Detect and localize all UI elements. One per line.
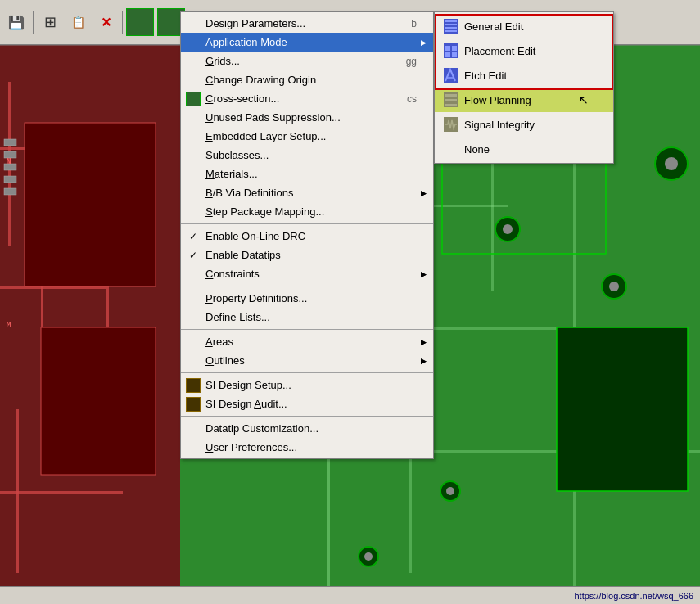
menu-item-application-mode[interactable]: Application Mode ▶: [181, 33, 433, 52]
menu-item-enable-drc[interactable]: Enable On-Line DRC: [181, 227, 433, 246]
menu-item-subclasses[interactable]: Subclasses...: [181, 146, 433, 165]
menu-item-constraints[interactable]: Constraints ▶: [181, 264, 433, 283]
svg-rect-53: [445, 46, 450, 51]
submenu-item-etch-edit[interactable]: Etch Edit: [435, 63, 613, 88]
cursor-symbol: ↖: [579, 93, 589, 106]
svg-point-32: [364, 552, 373, 561]
signal-integrity-icon: [443, 116, 459, 133]
submenu-item-signal-integrity[interactable]: Signal Integrity: [435, 112, 613, 137]
svg-point-30: [446, 487, 454, 495]
delete-button[interactable]: ✕: [93, 9, 119, 35]
svg-text:M: M: [7, 321, 11, 329]
menu-item-bb-via[interactable]: B/B Via Definitions ▶: [181, 183, 433, 202]
general-edit-icon: [443, 18, 459, 34]
menu-item-cross-section-shortcut: cs: [407, 93, 417, 105]
menu-item-application-mode-label: Application Mode: [205, 36, 417, 48]
separator-2: [122, 11, 123, 34]
menu-item-cross-section[interactable]: Cross-section... cs: [181, 89, 433, 108]
menu-item-materials[interactable]: Materials...: [181, 165, 433, 183]
menu-item-si-design-setup-label: SI Design Setup...: [205, 379, 417, 391]
areas-arrow-icon: ▶: [421, 338, 427, 346]
svg-rect-41: [4, 176, 16, 183]
menu-item-grids[interactable]: Grids... gg: [181, 52, 433, 70]
separator-4: [181, 372, 433, 373]
svg-rect-51: [445, 30, 457, 32]
placement-edit-icon: [443, 43, 459, 59]
grid-button[interactable]: ⊞: [37, 9, 63, 35]
menu-item-property-defs[interactable]: Property Definitions...: [181, 289, 433, 308]
save-button[interactable]: 💾: [3, 9, 29, 35]
application-mode-submenu: General Edit Placement Edit: [434, 11, 614, 164]
menu-item-enable-datatips[interactable]: Enable Datatips: [181, 246, 433, 264]
menu-item-outlines-label: Outlines: [205, 354, 417, 367]
menu-item-change-origin[interactable]: Change Drawing Origin: [181, 70, 433, 89]
menu-item-change-origin-label: Change Drawing Origin: [205, 74, 417, 86]
svg-rect-62: [445, 104, 457, 106]
menu-item-step-package-label: Step Package Mapping...: [205, 205, 417, 218]
separator-2: [181, 286, 433, 286]
menu-item-unused-pads[interactable]: Unused Pads Suppression...: [181, 108, 433, 127]
menu-item-si-design-audit[interactable]: SI Design Audit...: [181, 394, 433, 413]
separator-3: [181, 329, 433, 330]
general-edit-svg: [444, 19, 458, 34]
signal-integrity-label: Signal Integrity: [464, 119, 535, 131]
pcb-btn-1[interactable]: [126, 8, 154, 36]
menu-item-design-parameters-label: Design Parameters...: [205, 17, 395, 29]
menu-item-design-parameters[interactable]: Design Parameters... b: [181, 14, 433, 33]
menu-item-embedded-layer-label: Embedded Layer Setup...: [205, 130, 417, 142]
menu-item-define-lists-label: Define Lists...: [205, 311, 417, 323]
signal-integrity-svg: [444, 117, 458, 132]
flow-planning-label: Flow Planning: [464, 94, 531, 106]
menu-item-bb-via-label: B/B Via Definitions: [205, 187, 417, 199]
menu-item-constraints-label: Constraints: [205, 268, 417, 280]
general-edit-label: General Edit: [464, 20, 523, 33]
flow-planning-icon: [443, 92, 459, 108]
menu-item-define-lists[interactable]: Define Lists...: [181, 308, 433, 327]
menu-item-embedded-layer[interactable]: Embedded Layer Setup...: [181, 127, 433, 146]
highlighted-group: General Edit Placement Edit: [435, 14, 613, 88]
constraints-arrow-icon: ▶: [421, 270, 427, 278]
svg-text:N: N: [7, 157, 11, 165]
placement-edit-label: Placement Edit: [464, 45, 535, 57]
menu-item-areas[interactable]: Areas ▶: [181, 332, 433, 351]
svg-rect-9: [0, 491, 123, 494]
submenu-item-none[interactable]: None: [435, 137, 613, 161]
submenu-item-placement-edit[interactable]: Placement Edit: [435, 38, 613, 63]
menu-item-areas-label: Areas: [205, 336, 417, 348]
menu-item-outlines[interactable]: Outlines ▶: [181, 351, 433, 370]
submenu-item-flow-planning[interactable]: Flow Planning ↖: [435, 88, 613, 112]
separator-5: [181, 416, 433, 417]
etch-edit-svg: [444, 68, 458, 83]
menu-item-cross-section-label: Cross-section...: [205, 92, 391, 105]
svg-rect-42: [4, 188, 16, 195]
menu-item-subclasses-label: Subclasses...: [205, 149, 417, 161]
si-design-setup-icon: [186, 378, 201, 393]
si-design-audit-icon: [186, 397, 201, 412]
menu-item-user-prefs-label: User Preferences...: [205, 441, 417, 453]
menu-item-unused-pads-label: Unused Pads Suppression...: [205, 111, 417, 124]
menu-item-user-prefs[interactable]: User Preferences...: [181, 438, 433, 457]
etch-edit-label: Etch Edit: [464, 70, 507, 82]
svg-rect-55: [445, 52, 450, 57]
none-label: None: [464, 143, 490, 156]
svg-point-22: [503, 224, 513, 234]
separator-1: [181, 223, 433, 224]
svg-rect-49: [445, 24, 457, 25]
menu-item-step-package[interactable]: Step Package Mapping...: [181, 202, 433, 221]
menu-item-materials-label: Materials...: [205, 168, 417, 180]
menu-item-property-defs-label: Property Definitions...: [205, 292, 417, 304]
bb-via-arrow-icon: ▶: [421, 189, 427, 197]
svg-point-24: [609, 282, 619, 291]
submenu-item-general-edit[interactable]: General Edit: [435, 14, 613, 38]
menu-item-datatip-custom[interactable]: Datatip Customization...: [181, 419, 433, 438]
context-menu: Design Parameters... b Application Mode …: [180, 11, 434, 459]
status-bar: https://blog.csdn.net/wsq_666: [0, 586, 700, 604]
svg-rect-38: [4, 139, 16, 146]
svg-rect-36: [25, 123, 156, 286]
submenu-arrow-icon: ▶: [421, 38, 427, 47]
svg-rect-54: [452, 46, 457, 51]
svg-rect-37: [41, 327, 156, 475]
svg-point-26: [665, 157, 678, 170]
menu-item-si-design-setup[interactable]: SI Design Setup...: [181, 376, 433, 394]
copy-button[interactable]: 📋: [65, 9, 91, 35]
